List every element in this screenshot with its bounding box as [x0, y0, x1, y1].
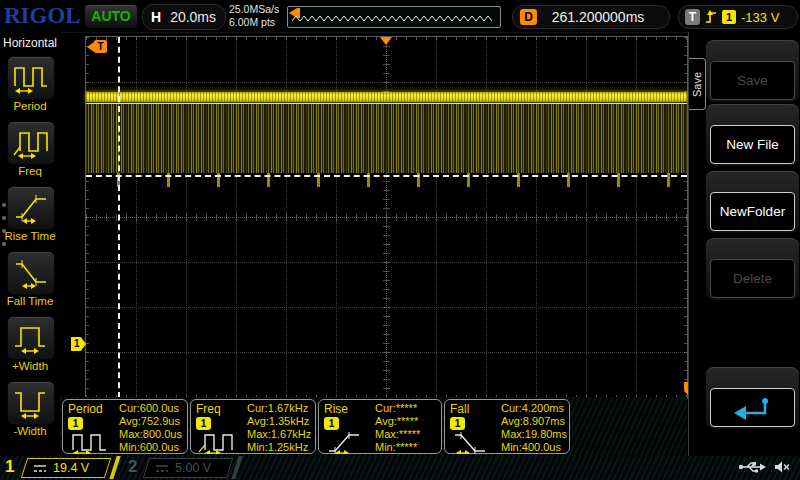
run-status-badge: AUTO [84, 4, 138, 29]
measure-cursor-vertical[interactable] [118, 37, 120, 398]
menu-page-dots [2, 194, 6, 255]
delay-value: 261.200000ms [552, 9, 655, 25]
menu-tab-save: Save [689, 58, 706, 110]
measure-item-freq[interactable] [7, 121, 55, 165]
speaker-muted-icon [774, 460, 790, 474]
waveform-high-band [86, 92, 687, 102]
measurement-channel-badge: 1 [450, 417, 465, 430]
return-arrow-icon [732, 395, 774, 421]
graticule: T T 1 [85, 36, 688, 399]
measure-item-minus-width-label: -Width [0, 425, 60, 437]
measurement-max: Max:800.0us [119, 428, 182, 441]
measure-item-rise-time-label: Rise Time [0, 230, 60, 242]
measurement-avg: Avg:1.35kHz [247, 415, 309, 428]
sample-rate: 25.0MSa/s [229, 3, 279, 16]
measurement-min: Min:***** [375, 441, 417, 454]
measurement-max: Max:1.67kHz [247, 428, 311, 441]
measurement-avg: Avg:***** [375, 415, 418, 428]
softkey-save-label: Save [710, 61, 795, 100]
measurement-min: Min:600.0us [119, 441, 179, 454]
period-icon [12, 60, 50, 96]
rise-icon [325, 430, 369, 454]
measurement-period: Period 1 Cur:600.0us Avg:752.9us Max:800… [62, 399, 188, 454]
measure-item-plus-width-label: +Width [0, 360, 60, 372]
status-bar: RIGOL AUTO H 20.0ms 25.0MSa/s 6.00M pts … [0, 0, 800, 33]
measurement-channel-badge: 1 [196, 417, 211, 430]
measurement-name: Freq [196, 402, 221, 416]
measurement-cur: Cur:600.0us [119, 402, 179, 415]
rigol-logo: RIGOL [4, 3, 81, 29]
measurement-name: Rise [324, 402, 348, 416]
channel2-scale: 5.00 V [175, 461, 211, 475]
measurement-min: Min:1.25kHz [247, 441, 308, 454]
measure-item-period[interactable] [7, 56, 55, 100]
measure-threshold-line-top [86, 103, 687, 104]
channel-divider [109, 456, 120, 479]
trigger-box: T 1 -133 V [678, 5, 798, 29]
axis-ticks [86, 214, 687, 221]
measurement-name: Period [68, 402, 103, 416]
softkey-return[interactable] [706, 367, 799, 429]
waveform-preview [287, 6, 501, 28]
plus-width-icon [12, 320, 50, 356]
fall-icon [451, 430, 495, 454]
dc-coupling-icon [33, 464, 47, 473]
measurement-rise: Rise 1 Cur:***** Avg:***** Max:***** Min… [318, 399, 442, 454]
channel-divider [231, 456, 242, 479]
channel1-scale: 19.4 V [53, 461, 89, 475]
measurement-fall: Fall 1 Cur:4.200ms Avg:8.907ms Max:19.80… [444, 399, 570, 454]
trigger-source-badge: 1 [722, 10, 736, 24]
measure-item-fall-time-label: Fall Time [0, 295, 60, 307]
fall-time-icon [12, 255, 50, 291]
rise-time-icon [12, 190, 50, 226]
timebase-value: 20.0ms [170, 9, 216, 25]
softkey-menu: Save Save New File NewFolder Delete [688, 32, 800, 456]
trigger-position-icon[interactable] [380, 37, 392, 45]
softkey-new-folder[interactable]: NewFolder [706, 171, 799, 233]
channel2-number: 2 [128, 457, 137, 477]
softkey-new-folder-label: NewFolder [710, 192, 795, 231]
softkey-delete-label: Delete [710, 259, 795, 298]
trigger-time-arrow-icon [87, 42, 94, 52]
trigger-label: T [685, 9, 700, 25]
usb-icon [738, 460, 766, 474]
rising-edge-icon [705, 9, 717, 25]
delay-label: D [520, 9, 537, 25]
softkey-delete[interactable]: Delete [706, 238, 799, 300]
softkey-save[interactable]: Save [706, 40, 799, 102]
measure-item-plus-width[interactable] [7, 316, 55, 360]
measurement-cur: Cur:4.200ms [501, 402, 564, 415]
oscilloscope-screen: RIGOL AUTO H 20.0ms 25.0MSa/s 6.00M pts … [0, 0, 800, 480]
status-icon-group [738, 460, 790, 474]
measurement-avg: Avg:752.9us [119, 415, 180, 428]
measurement-freq: Freq 1 Cur:1.67kHz Avg:1.35kHz Max:1.67k… [190, 399, 316, 454]
period-icon [69, 430, 113, 454]
measure-item-rise-time[interactable] [7, 186, 55, 230]
channel1-offset-marker[interactable]: 1 [71, 337, 86, 351]
trigger-level-value: -133 V [741, 10, 779, 25]
measure-item-period-label: Period [0, 100, 60, 112]
measurement-avg: Avg:8.907ms [501, 415, 565, 428]
measurement-name: Fall [450, 402, 469, 416]
horizontal-scale-box: H 20.0ms [142, 4, 226, 30]
measure-menu-title: Horizontal [3, 36, 57, 50]
measure-item-fall-time[interactable] [7, 251, 55, 295]
measurement-max: Max:19.80ms [501, 428, 567, 441]
measurement-channel-badge: 1 [68, 417, 83, 430]
measure-item-freq-label: Freq [0, 165, 60, 177]
freq-icon [12, 125, 50, 161]
measure-threshold-line-bottom [86, 175, 687, 177]
trigger-time-marker[interactable]: T [94, 40, 107, 53]
preview-wave-icon [289, 8, 499, 26]
minus-width-icon [12, 385, 50, 421]
measure-item-minus-width[interactable] [7, 381, 55, 425]
freq-icon [197, 430, 241, 454]
dc-coupling-icon [155, 464, 169, 473]
measure-menu: Horizontal Period Freq [0, 32, 60, 456]
memory-depth: 6.00M pts [229, 16, 279, 29]
softkey-new-file[interactable]: New File [706, 104, 799, 166]
channel1-number: 1 [5, 457, 14, 477]
waveform-pulse-train [86, 104, 687, 173]
measurement-channel-badge: 1 [324, 417, 339, 430]
measurement-strip: Period 1 Cur:600.0us Avg:752.9us Max:800… [60, 397, 687, 456]
